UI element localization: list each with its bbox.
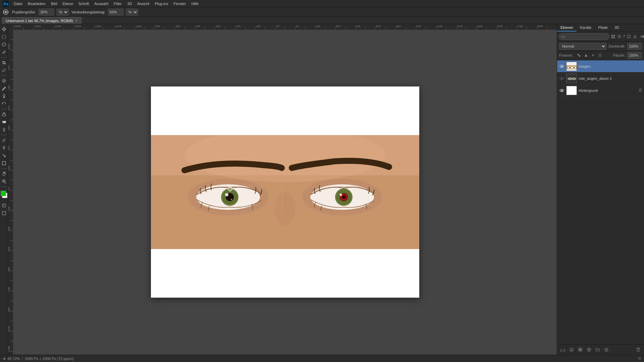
- menu-fenster[interactable]: Fenster: [171, 1, 188, 6]
- svg-rect-22: [2, 162, 6, 165]
- fade-input[interactable]: [108, 9, 123, 15]
- menu-auswahl[interactable]: Auswahl: [92, 1, 111, 6]
- tab-close-button[interactable]: ✕: [75, 19, 78, 22]
- layer-item-images[interactable]: images: [557, 60, 644, 72]
- new-fill-layer-button[interactable]: [585, 346, 593, 353]
- menu-plugins[interactable]: Plug-ins: [152, 1, 170, 6]
- menu-bearbeiten[interactable]: Bearbeiten: [25, 1, 48, 6]
- layer-filter-adjustment[interactable]: [617, 34, 622, 40]
- menu-datei[interactable]: Datei: [11, 1, 25, 6]
- fill-input[interactable]: [627, 52, 642, 59]
- svg-point-80: [574, 67, 574, 68]
- eyedropper-tool[interactable]: [0, 67, 8, 74]
- document-background: [151, 86, 419, 298]
- shape-tool[interactable]: [0, 160, 8, 167]
- magic-wand-tool[interactable]: [0, 49, 8, 56]
- menu-filter[interactable]: Filter: [111, 1, 124, 6]
- layer-name-images: images: [579, 64, 642, 68]
- lock-icons: [576, 52, 611, 58]
- pupil-size-unit[interactable]: %: [57, 9, 69, 15]
- svg-point-89: [573, 78, 575, 79]
- lock-transparent-pixels[interactable]: [576, 52, 582, 58]
- add-mask-button[interactable]: [577, 346, 584, 353]
- menu-3d[interactable]: 3D: [125, 1, 134, 6]
- toolbar: T: [0, 24, 8, 355]
- change-screen-mode[interactable]: [0, 209, 8, 217]
- fade-unit[interactable]: %: [126, 9, 138, 15]
- path-selection-tool[interactable]: [0, 152, 8, 159]
- new-group-button[interactable]: [594, 346, 601, 353]
- tab-3d[interactable]: 3D: [611, 24, 623, 32]
- text-tool[interactable]: T: [0, 144, 8, 152]
- canvas-area: [8, 24, 557, 355]
- gradient-tool[interactable]: [0, 118, 8, 126]
- blend-mode-dropdown[interactable]: NormalAbdunkelnMultiplizierenAufhellenÜb…: [559, 43, 606, 50]
- layer-filter-pixel[interactable]: [611, 34, 615, 40]
- crop-tool[interactable]: [0, 59, 8, 66]
- menu-ansicht[interactable]: Ansicht: [135, 1, 152, 6]
- add-layer-style-button[interactable]: fx: [568, 346, 575, 353]
- ruler-vertical: [8, 29, 13, 355]
- svg-rect-94: [639, 90, 641, 92]
- layer-filter-toggle[interactable]: [640, 34, 644, 40]
- foreground-color-swatch[interactable]: [1, 191, 6, 196]
- svg-point-83: [561, 77, 563, 79]
- layer-item-hintergrund[interactable]: Hintergrund: [557, 84, 644, 97]
- quick-mask-tool[interactable]: [0, 202, 8, 209]
- menu-bild[interactable]: Bild: [49, 1, 59, 6]
- tab-pfade[interactable]: Pfade: [595, 24, 611, 32]
- document-tab[interactable]: Unbenannt-1 bei 40,7% (images, RGB/8) ✕: [2, 17, 82, 24]
- tab-ebenen[interactable]: Ebenen: [557, 24, 577, 32]
- marquee-tool[interactable]: [0, 33, 8, 41]
- layer-visibility-images[interactable]: [559, 64, 565, 69]
- svg-rect-18: [2, 114, 6, 116]
- healing-tool[interactable]: [0, 77, 8, 84]
- svg-point-72: [561, 65, 563, 67]
- status-settings-icon[interactable]: ⚙: [638, 356, 641, 361]
- pupil-size-label: Pupillengröße:: [12, 10, 36, 14]
- canvas-scroll[interactable]: [13, 29, 557, 355]
- pen-tool[interactable]: [0, 136, 8, 144]
- layers-search-input[interactable]: [558, 33, 609, 40]
- svg-point-49: [268, 171, 269, 173]
- status-arrow-icon: ◀: [3, 357, 5, 360]
- new-layer-button[interactable]: [603, 346, 610, 353]
- lock-all[interactable]: [597, 52, 603, 58]
- hand-tool[interactable]: [0, 170, 8, 177]
- link-layers-button[interactable]: [559, 346, 567, 353]
- opacity-label: Deckkraft:: [608, 44, 625, 48]
- move-tool[interactable]: [0, 25, 8, 33]
- tool-divider-2: [1, 75, 7, 76]
- history-tool[interactable]: [0, 100, 8, 108]
- zoom-tool[interactable]: [0, 178, 8, 185]
- menu-hilfe[interactable]: Hilfe: [189, 1, 201, 6]
- layer-filter-shape[interactable]: [627, 34, 631, 40]
- tab-kanaele[interactable]: Kanäle: [577, 24, 595, 32]
- layers-lock-fill: Fixieren: Fläche:: [557, 51, 644, 60]
- lasso-tool[interactable]: [0, 41, 8, 48]
- clone-stamp-tool[interactable]: [0, 93, 8, 100]
- layer-filter-type[interactable]: T: [623, 34, 625, 40]
- delete-layer-button[interactable]: [635, 346, 642, 353]
- eraser-tool[interactable]: [0, 111, 8, 118]
- layer-item-rote-augen[interactable]: rote_augen_davor-1: [557, 72, 644, 84]
- layer-visibility-rote-augen[interactable]: [559, 76, 565, 81]
- dodge-tool[interactable]: [0, 126, 8, 133]
- brush-tool[interactable]: [0, 85, 8, 92]
- svg-line-12: [2, 71, 3, 72]
- layers-search-bar: T: [557, 32, 644, 42]
- ruler-horizontal: [13, 24, 557, 29]
- opacity-input[interactable]: [627, 43, 642, 50]
- svg-point-46: [342, 195, 346, 199]
- layer-visibility-hintergrund[interactable]: [559, 88, 565, 93]
- menu-ebene[interactable]: Ebene: [60, 1, 75, 6]
- lock-position[interactable]: [590, 52, 596, 58]
- layer-filter-smart[interactable]: [633, 34, 637, 40]
- svg-text:Ps: Ps: [4, 1, 9, 6]
- pupil-size-input[interactable]: [39, 9, 54, 15]
- svg-rect-28: [2, 204, 4, 207]
- menu-schrift[interactable]: Schrift: [76, 1, 91, 6]
- tool-divider-6: [1, 186, 7, 187]
- layer-lock-icon: [639, 88, 642, 93]
- lock-image-pixels[interactable]: [583, 52, 589, 58]
